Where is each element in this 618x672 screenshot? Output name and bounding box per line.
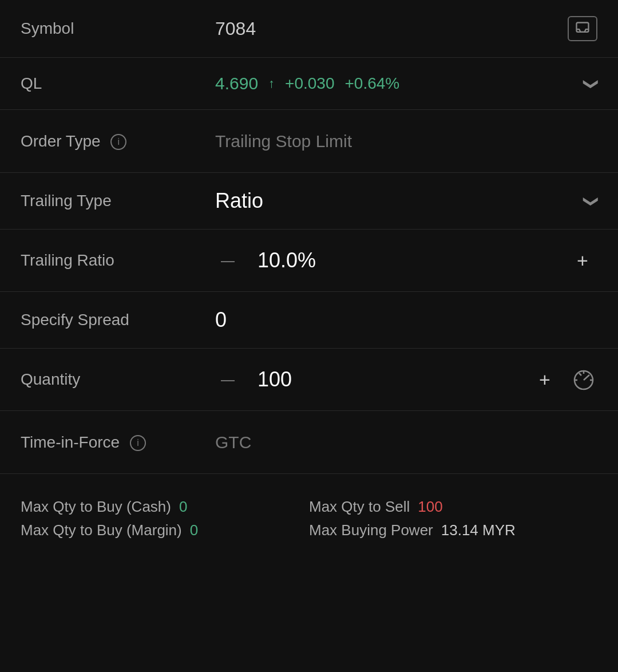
quantity-value: 100 — [258, 367, 292, 392]
order-type-row: Order Type i Trailing Stop Limit — [0, 110, 618, 173]
order-type-label: Order Type i — [21, 132, 215, 151]
trailing-ratio-minus-button[interactable]: — — [215, 248, 240, 273]
trailing-ratio-value: 10.0% — [258, 248, 316, 272]
time-in-force-value: GTC — [215, 433, 597, 452]
specify-spread-row: Specify Spread 0 — [0, 292, 618, 349]
ql-price: 4.690 — [215, 74, 258, 93]
quantity-row: Quantity — 100 + — [0, 349, 618, 411]
quantity-plus-button[interactable]: + — [530, 365, 560, 394]
max-buying-power-label: Max Buying Power — [309, 521, 433, 539]
symbol-row: Symbol 7084 — [0, 0, 618, 58]
max-qty-buy-margin-value: 0 — [190, 521, 198, 539]
svg-rect-0 — [577, 23, 589, 32]
ql-change: +0.030 — [285, 74, 334, 93]
ql-row: QL 4.690 ↑ +0.030 +0.64% ❯ — [0, 58, 618, 110]
max-qty-sell-value: 100 — [418, 498, 442, 516]
ql-chevron-icon[interactable]: ❯ — [583, 77, 600, 90]
max-qty-buy-cash-label: Max Qty to Buy (Cash) — [21, 498, 171, 516]
ql-arrow: ↑ — [268, 76, 275, 91]
max-qty-sell-row: Max Qty to Sell 100 — [309, 498, 597, 516]
svg-line-2 — [584, 375, 589, 380]
trailing-type-label: Trailing Type — [21, 192, 215, 210]
max-buying-power-row: Max Buying Power 13.14 MYR — [309, 521, 597, 539]
quantity-calculator-icon[interactable] — [570, 367, 597, 392]
trailing-type-row: Trailing Type Ratio ❯ — [0, 173, 618, 230]
inbox-icon[interactable] — [568, 16, 597, 41]
time-in-force-row: Time-in-Force i GTC — [0, 411, 618, 474]
svg-line-3 — [579, 373, 581, 375]
symbol-value: 7084 — [215, 18, 568, 39]
max-qty-buy-margin-row: Max Qty to Buy (Margin) 0 — [21, 521, 309, 539]
specify-spread-label: Specify Spread — [21, 311, 215, 329]
specify-spread-value: 0 — [215, 308, 227, 332]
max-qty-sell-label: Max Qty to Sell — [309, 498, 410, 516]
max-qty-buy-cash-value: 0 — [179, 498, 187, 516]
quantity-label: Quantity — [21, 370, 215, 389]
summary-grid: Max Qty to Buy (Cash) 0 Max Qty to Sell … — [21, 498, 597, 539]
trailing-type-value: Ratio — [215, 189, 585, 213]
ql-data: 4.690 ↑ +0.030 +0.64% — [215, 74, 399, 93]
trailing-ratio-plus-button[interactable]: + — [568, 246, 597, 275]
bottom-summary: Max Qty to Buy (Cash) 0 Max Qty to Sell … — [0, 474, 618, 551]
trailing-ratio-row: Trailing Ratio — 10.0% + — [0, 230, 618, 292]
symbol-label: Symbol — [21, 19, 215, 38]
ql-percent: +0.64% — [345, 74, 400, 93]
order-type-value: Trailing Stop Limit — [215, 132, 597, 151]
time-in-force-label: Time-in-Force i — [21, 433, 215, 452]
max-qty-buy-cash-row: Max Qty to Buy (Cash) 0 — [21, 498, 309, 516]
order-type-info-icon[interactable]: i — [110, 134, 126, 150]
time-in-force-info-icon[interactable]: i — [130, 435, 146, 451]
max-buying-power-value: 13.14 MYR — [441, 521, 516, 539]
quantity-minus-button[interactable]: — — [215, 367, 240, 392]
trailing-ratio-label: Trailing Ratio — [21, 251, 215, 270]
trailing-type-chevron-icon[interactable]: ❯ — [583, 195, 600, 207]
ql-label: QL — [21, 74, 215, 93]
main-container: Symbol 7084 QL 4.690 ↑ +0.030 +0.64% ❯ O… — [0, 0, 618, 551]
max-qty-buy-margin-label: Max Qty to Buy (Margin) — [21, 521, 182, 539]
